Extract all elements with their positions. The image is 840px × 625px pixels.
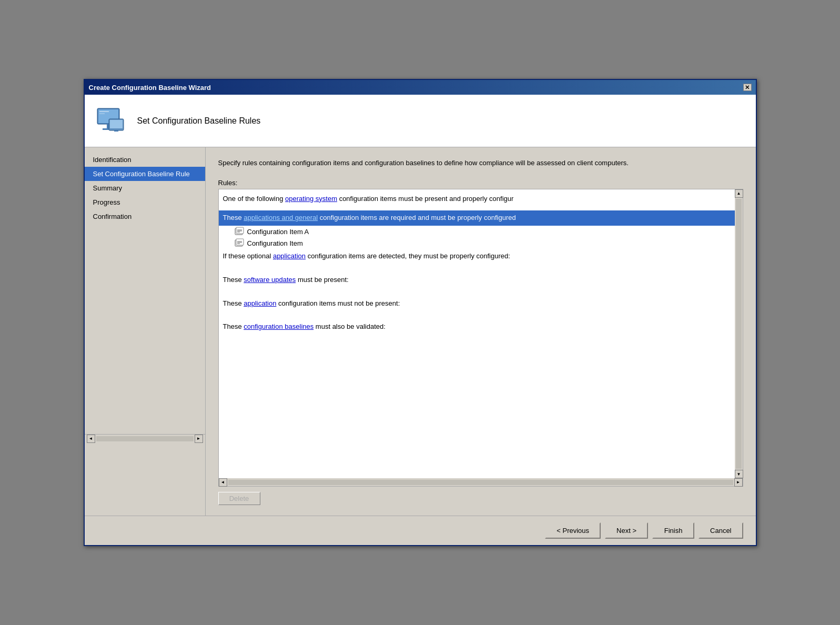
rules-scroll-up[interactable]: ▲ <box>735 189 743 198</box>
description-text: Specify rules containing configuration i… <box>218 158 743 168</box>
rule-3-prefix: If these optional <box>223 252 273 260</box>
rule-line-2: These applications and general configura… <box>219 210 735 226</box>
rule-2-prefix: These <box>223 214 244 221</box>
rule-1-suffix: configuration items must be present and … <box>337 195 513 203</box>
wizard-icon <box>93 104 127 138</box>
close-button[interactable]: ✕ <box>743 84 752 91</box>
main-panel: Specify rules containing configuration i… <box>206 147 756 516</box>
svg-rect-5 <box>110 120 123 128</box>
sidebar-scroll-left[interactable]: ◄ <box>87 435 95 443</box>
rule-line-5: These application configuration items mu… <box>219 296 735 311</box>
config-item-b-icon <box>235 238 244 248</box>
rules-scroll-left[interactable]: ◄ <box>219 478 227 487</box>
delete-button[interactable]: Delete <box>218 492 260 505</box>
rule-1-link[interactable]: operating system <box>285 195 337 203</box>
rules-scroll-down[interactable]: ▼ <box>735 470 743 478</box>
rule-5-suffix: configuration items must not be present: <box>276 299 400 307</box>
rule-line-6: These configuration baselines must also … <box>219 319 735 335</box>
config-item-b-row: Configuration Item <box>219 237 735 249</box>
rule-3-link[interactable]: application <box>273 252 306 260</box>
delete-area: Delete <box>218 492 743 505</box>
rules-vscrollbar[interactable]: ▲ ▼ <box>735 189 743 479</box>
rule-5-prefix: These <box>223 299 244 307</box>
rule-4-prefix: These <box>223 276 244 284</box>
svg-rect-6 <box>114 130 118 132</box>
rule-line-3: If these optional application configurat… <box>219 249 735 264</box>
next-button[interactable]: Next > <box>605 522 648 539</box>
cancel-button[interactable]: Cancel <box>699 522 743 539</box>
rule-line-4: These software updates must be present: <box>219 273 735 288</box>
rule-6-prefix: These <box>223 322 244 330</box>
rules-content: One of the following operating system co… <box>218 189 735 479</box>
header-area: Set Configuration Baseline Rules <box>85 95 756 147</box>
sidebar-item-identification[interactable]: Identification <box>85 153 205 167</box>
svg-rect-10 <box>236 227 244 234</box>
rule-6-suffix: must also be validated: <box>313 322 386 330</box>
rules-hscroll-thumb <box>228 480 733 485</box>
rule-line-1: One of the following operating system co… <box>219 191 735 207</box>
title-bar: Create Configuration Baseline Wizard ✕ <box>85 80 756 95</box>
rule-2-suffix: configuration items are required and mus… <box>318 214 516 221</box>
rule-1-prefix: One of the following <box>223 195 286 203</box>
svg-rect-15 <box>236 239 244 245</box>
header-title: Set Configuration Baseline Rules <box>137 116 261 126</box>
sidebar-item-confirmation[interactable]: Confirmation <box>85 209 205 224</box>
sidebar: Identification Set Configuration Baselin… <box>85 147 206 516</box>
rule-4-suffix: must be present: <box>296 276 348 284</box>
sidebar-item-progress[interactable]: Progress <box>85 195 205 209</box>
config-item-b-label: Configuration Item <box>247 239 303 247</box>
rule-6-link[interactable]: configuration baselines <box>244 322 313 330</box>
config-item-a-label: Configuration Item A <box>247 228 309 236</box>
rules-label: Rules: <box>218 179 743 187</box>
content-area: Identification Set Configuration Baselin… <box>85 147 756 516</box>
previous-button[interactable]: < Previous <box>545 522 601 539</box>
rule-2-link[interactable]: applications and general <box>244 214 318 221</box>
config-item-a-icon <box>235 227 244 236</box>
sidebar-scroll-track <box>96 436 194 441</box>
rules-scroll-right[interactable]: ► <box>734 478 743 487</box>
sidebar-item-summary[interactable]: Summary <box>85 181 205 195</box>
finish-button[interactable]: Finish <box>652 522 694 539</box>
config-item-a-row: Configuration Item A <box>219 226 735 237</box>
rules-vscroll-thumb <box>736 199 742 469</box>
sidebar-item-set-config[interactable]: Set Configuration Baseline Rule <box>85 167 205 181</box>
rule-5-link[interactable]: application <box>244 299 276 307</box>
footer: < Previous Next > Finish Cancel <box>85 516 756 545</box>
rule-3-suffix: configuration items are detected, they m… <box>306 252 510 260</box>
rule-4-link[interactable]: software updates <box>244 276 296 284</box>
dialog-title: Create Configuration Baseline Wizard <box>89 84 211 92</box>
sidebar-scroll-right[interactable]: ► <box>195 435 203 443</box>
rules-hscrollbar[interactable]: ◄ ► <box>218 478 743 487</box>
dialog: Create Configuration Baseline Wizard ✕ S… <box>84 79 757 546</box>
